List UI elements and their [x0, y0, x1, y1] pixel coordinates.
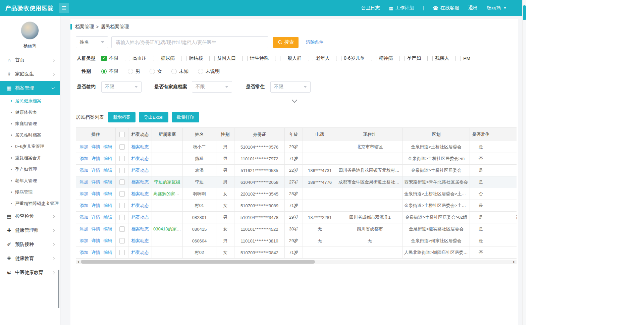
row-edit-link[interactable]: 编辑 — [103, 191, 112, 196]
collapse-filters-chevron[interactable] — [291, 97, 297, 103]
family-group-link[interactable]: 030413的家庭组 — [153, 226, 183, 231]
sidebar-subitem[interactable]: 严重精神障碍患者管理 — [0, 198, 60, 209]
row-detail-link[interactable]: 详情 — [92, 191, 100, 196]
topbar-link-public-health-log[interactable]: 公卫日志 — [361, 5, 380, 11]
crowd-type-checkbox[interactable]: 高血压 — [125, 55, 147, 61]
gender-radio[interactable]: 未说明 — [198, 68, 220, 74]
gender-radio[interactable]: 不限 — [101, 68, 118, 74]
row-edit-link[interactable]: 编辑 — [103, 250, 112, 255]
family-archive-select[interactable]: 不限 — [192, 81, 232, 93]
row-add-link[interactable]: 添加 — [79, 215, 88, 220]
sidebar-item-lab-test[interactable]: ▤ 检查检验 — [0, 209, 60, 223]
row-detail-link[interactable]: 详情 — [92, 144, 100, 149]
row-edit-link[interactable]: 编辑 — [103, 179, 112, 184]
crowd-type-checkbox[interactable]: 计生特殊 — [242, 55, 269, 61]
row-add-link[interactable]: 添加 — [79, 238, 88, 243]
row-detail-link[interactable]: 详情 — [92, 238, 100, 243]
gender-radio[interactable]: 女 — [150, 68, 162, 74]
sidebar-subitem[interactable]: 孕产妇管理 — [0, 164, 60, 175]
row-checkbox[interactable] — [119, 250, 125, 255]
row-checkbox[interactable] — [119, 191, 125, 197]
sidebar-item-home[interactable]: ⌂ 首页 — [0, 53, 60, 67]
vertical-scrollbar-thumb[interactable] — [523, 5, 526, 20]
topbar-link-online-service[interactable]: ☎ 在线客服 — [433, 5, 459, 11]
batch-print-button[interactable]: 批量打印 — [172, 112, 199, 122]
row-add-link[interactable]: 添加 — [79, 250, 88, 255]
row-detail-link[interactable]: 详情 — [92, 250, 100, 255]
horizontal-scrollbar-thumb[interactable] — [81, 260, 315, 264]
dossier-activity-link[interactable]: 档案动态 — [131, 226, 149, 231]
clear-filters-link[interactable]: 清除条件 — [306, 39, 323, 45]
topbar-user-menu[interactable]: 杨丽筠 ▼ — [487, 5, 506, 11]
hamburger-menu-button[interactable]: ☰ — [59, 3, 69, 13]
gender-radio[interactable]: 未知 — [171, 68, 189, 74]
row-checkbox[interactable] — [119, 144, 125, 150]
family-group-link[interactable]: 李迪的家庭组 — [154, 179, 180, 184]
crowd-type-checkbox[interactable]: PM — [455, 56, 470, 61]
row-add-link[interactable]: 添加 — [79, 168, 88, 173]
crowd-type-checkbox[interactable]: 0-6岁儿童 — [336, 55, 365, 61]
row-add-link[interactable]: 添加 — [79, 203, 88, 208]
topbar-link-work-plan[interactable]: ▦ 工作计划 — [389, 5, 414, 11]
sidebar-subitem[interactable]: 居民健康档案 — [0, 95, 60, 107]
dossier-activity-link[interactable]: 档案动态 — [131, 250, 149, 255]
search-input[interactable] — [111, 36, 268, 48]
avatar[interactable] — [21, 21, 39, 40]
sidebar-item-archive-management[interactable]: ▦ 档案管理 — [0, 81, 60, 95]
crowd-type-checkbox[interactable]: 不限 — [101, 55, 118, 61]
row-detail-link[interactable]: 详情 — [92, 203, 100, 208]
dossier-activity-link[interactable]: 档案动态 — [131, 238, 149, 243]
sidebar-subitem[interactable]: 健康体检表 — [0, 107, 60, 118]
row-edit-link[interactable]: 编辑 — [103, 144, 112, 149]
row-checkbox[interactable] — [119, 238, 125, 243]
export-excel-button[interactable]: 导出Excel — [139, 112, 168, 122]
sidebar-scrollbar[interactable] — [58, 270, 59, 308]
row-edit-link[interactable]: 编辑 — [103, 203, 112, 208]
crowd-type-checkbox[interactable]: 精神病 — [371, 55, 393, 61]
sign-status-select[interactable]: 不限 — [101, 81, 142, 93]
row-edit-link[interactable]: 编辑 — [103, 226, 112, 231]
row-add-link[interactable]: 添加 — [79, 191, 88, 196]
dossier-activity-link[interactable]: 档案动态 — [131, 215, 149, 220]
dossier-activity-link[interactable]: 档案动态 — [131, 203, 149, 208]
sidebar-subitem[interactable]: 慢病管理 — [0, 186, 60, 198]
resident-status-select[interactable]: 不限 — [270, 81, 311, 93]
row-add-link[interactable]: 添加 — [79, 226, 88, 231]
dossier-activity-link[interactable]: 档案动态 — [131, 179, 149, 184]
search-field-select[interactable]: 姓名 — [76, 36, 108, 48]
sidebar-item-tcm-education[interactable]: ☯ 中医健康教育 — [0, 266, 60, 280]
row-detail-link[interactable]: 详情 — [92, 156, 100, 161]
horizontal-scrollbar[interactable]: ◀ ▶ — [76, 260, 517, 264]
add-record-button[interactable]: 新增档案 — [108, 112, 136, 122]
crowd-type-checkbox[interactable]: 老年人 — [308, 55, 330, 61]
gender-radio[interactable]: 男 — [128, 68, 140, 74]
row-add-link[interactable]: 添加 — [79, 144, 88, 149]
row-detail-link[interactable]: 详情 — [92, 226, 100, 231]
row-edit-link[interactable]: 编辑 — [103, 168, 112, 173]
sidebar-subitem[interactable]: 居民临时档案 — [0, 129, 60, 141]
select-all-checkbox[interactable] — [119, 132, 125, 137]
row-add-link[interactable]: 添加 — [79, 179, 88, 184]
crowd-type-checkbox[interactable]: 糖尿病 — [153, 55, 175, 61]
dossier-activity-link[interactable]: 档案动态 — [131, 144, 149, 149]
scroll-right-arrow-icon[interactable]: ▶ — [512, 261, 517, 263]
crowd-type-checkbox[interactable]: 贫困人口 — [209, 55, 236, 61]
row-checkbox[interactable] — [119, 179, 125, 185]
row-detail-link[interactable]: 详情 — [92, 215, 100, 220]
row-checkbox[interactable] — [119, 156, 125, 161]
row-checkbox[interactable] — [119, 203, 125, 208]
crowd-type-checkbox[interactable]: 肺结核 — [181, 55, 203, 61]
crowd-type-checkbox[interactable]: 残疾人 — [427, 55, 449, 61]
sidebar-item-health-education[interactable]: ✙ 健康教育 — [0, 252, 60, 266]
crowd-type-checkbox[interactable]: 一般人群 — [275, 55, 302, 61]
dossier-activity-link[interactable]: 档案动态 — [131, 168, 149, 173]
sidebar-item-vaccination[interactable]: ✐ 预防接种 — [0, 237, 60, 252]
dossier-activity-link[interactable]: 档案动态 — [131, 156, 149, 161]
row-edit-link[interactable]: 编辑 — [103, 156, 112, 161]
topbar-link-logout[interactable]: 退出 — [468, 5, 478, 11]
sidebar-subitem[interactable]: 老年人管理 — [0, 175, 60, 186]
row-checkbox[interactable] — [119, 168, 125, 173]
sidebar-subitem[interactable]: 家庭组管理 — [0, 118, 60, 129]
crowd-type-checkbox[interactable]: 孕产妇 — [399, 55, 421, 61]
row-add-link[interactable]: 添加 — [79, 156, 88, 161]
